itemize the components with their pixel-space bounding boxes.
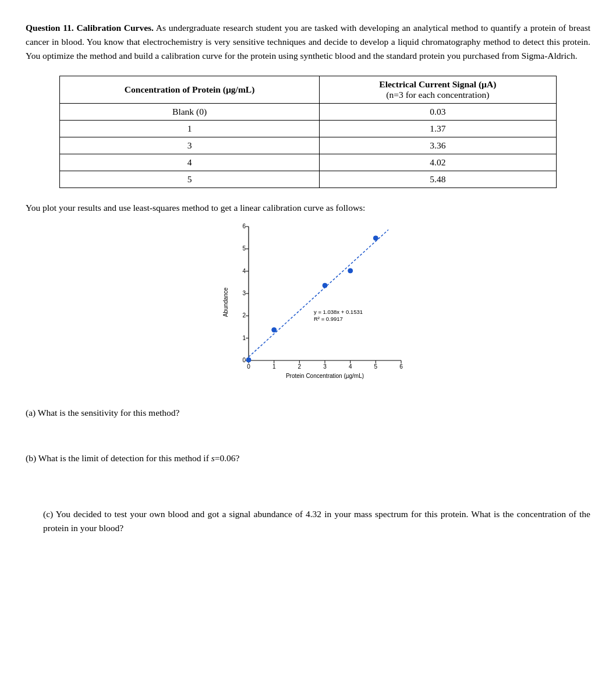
- svg-text:1: 1: [242, 335, 246, 341]
- svg-point-33: [348, 268, 353, 273]
- concentration-cell: 5: [60, 171, 320, 188]
- part-c: (c) You decided to test your own blood a…: [43, 507, 590, 535]
- col2-header: Electrical Current Signal (µA) (n=3 for …: [319, 76, 556, 104]
- table-row: 11.37: [60, 121, 557, 137]
- part-b: (b) What is the limit of detection for t…: [26, 451, 590, 465]
- svg-text:0: 0: [247, 363, 250, 370]
- data-table: Concentration of Protein (µg/mL) Electri…: [59, 76, 557, 188]
- signal-cell: 5.48: [319, 171, 556, 188]
- concentration-cell: 4: [60, 154, 320, 171]
- concentration-cell: 1: [60, 121, 320, 137]
- svg-point-32: [323, 283, 327, 288]
- svg-text:0: 0: [242, 357, 246, 363]
- svg-point-34: [373, 236, 378, 241]
- question-text: Question 11. Calibration Curves. As unde…: [26, 21, 590, 63]
- part-a: (a) What is the sensitivity for this met…: [26, 406, 590, 420]
- svg-text:5: 5: [374, 363, 378, 370]
- svg-point-30: [246, 358, 251, 362]
- table-row: 33.36: [60, 137, 557, 154]
- x-axis-label: Protein Concentration (µg/mL): [286, 373, 364, 379]
- signal-cell: 3.36: [319, 137, 556, 154]
- concentration-cell: Blank (0): [60, 104, 320, 121]
- svg-text:2: 2: [242, 312, 246, 319]
- part-a-text: (a) What is the sensitivity for this met…: [26, 408, 179, 418]
- col1-header: Concentration of Protein (µg/mL): [60, 76, 320, 104]
- part-b-prefix: (b) What is the limit of detection for t…: [26, 453, 211, 463]
- svg-text:3: 3: [242, 290, 246, 296]
- table-row: 44.02: [60, 154, 557, 171]
- col2-header-line1: Electrical Current Signal (µA): [379, 79, 496, 89]
- part-b-suffix: =0.06?: [215, 453, 240, 463]
- concentration-cell: 3: [60, 137, 320, 154]
- svg-text:6: 6: [399, 363, 403, 370]
- r-squared-label: R² = 0.9917: [314, 316, 343, 322]
- svg-text:4: 4: [242, 268, 246, 274]
- part-c-text: (c) You decided to test your own blood a…: [43, 509, 590, 533]
- plot-intro: You plot your results and use least-squa…: [26, 203, 365, 213]
- svg-text:3: 3: [323, 363, 327, 370]
- col2-header-line2: (n=3 for each concentration): [386, 90, 489, 100]
- svg-text:1: 1: [272, 363, 276, 370]
- table-row: 55.48: [60, 171, 557, 188]
- svg-point-31: [272, 328, 277, 333]
- table-row: Blank (0)0.03: [60, 104, 557, 121]
- signal-cell: 4.02: [319, 154, 556, 171]
- plot-section: You plot your results and use least-squa…: [26, 201, 590, 395]
- svg-text:4: 4: [349, 363, 352, 370]
- chart-container: 0 1 2 3 4 5 6 0 1: [49, 221, 590, 395]
- svg-text:2: 2: [298, 363, 302, 370]
- svg-text:5: 5: [242, 245, 246, 252]
- signal-cell: 0.03: [319, 104, 556, 121]
- trend-line: [249, 230, 388, 358]
- equation-label: y = 1.038x + 0.1531: [314, 309, 363, 315]
- signal-cell: 1.37: [319, 121, 556, 137]
- calibration-chart: 0 1 2 3 4 5 6 0 1: [221, 221, 419, 395]
- question-title: Calibration Curves.: [76, 23, 154, 33]
- question-number: Question 11.: [26, 23, 74, 33]
- svg-text:6: 6: [242, 223, 246, 229]
- y-axis-label: Abundance: [222, 287, 229, 317]
